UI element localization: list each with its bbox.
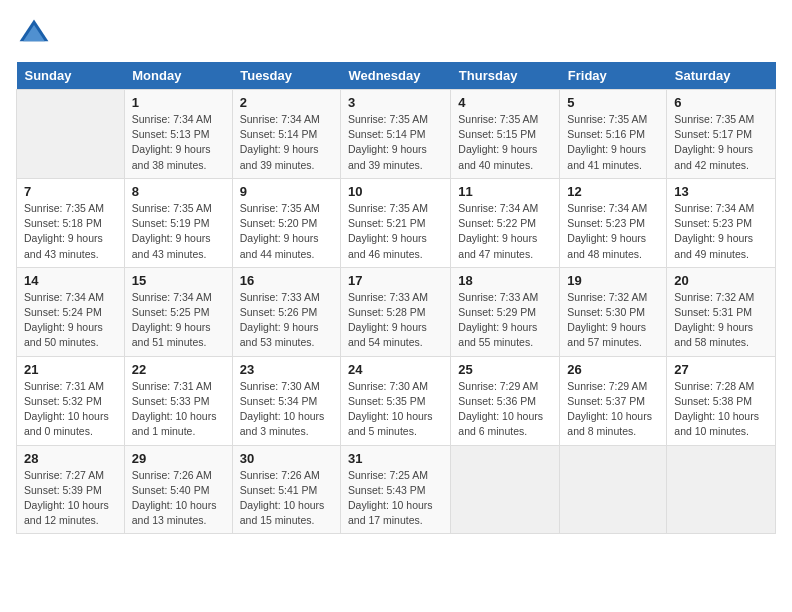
day-number: 29 xyxy=(132,451,225,466)
day-number: 11 xyxy=(458,184,552,199)
day-number: 22 xyxy=(132,362,225,377)
calendar-cell xyxy=(17,90,125,179)
calendar-table: SundayMondayTuesdayWednesdayThursdayFrid… xyxy=(16,62,776,534)
day-number: 19 xyxy=(567,273,659,288)
day-info: Sunrise: 7:34 AM Sunset: 5:23 PM Dayligh… xyxy=(674,201,768,262)
day-info: Sunrise: 7:35 AM Sunset: 5:15 PM Dayligh… xyxy=(458,112,552,173)
weekday-header: Monday xyxy=(124,62,232,90)
calendar-cell: 23Sunrise: 7:30 AM Sunset: 5:34 PM Dayli… xyxy=(232,356,340,445)
day-info: Sunrise: 7:35 AM Sunset: 5:14 PM Dayligh… xyxy=(348,112,443,173)
day-info: Sunrise: 7:30 AM Sunset: 5:34 PM Dayligh… xyxy=(240,379,333,440)
day-info: Sunrise: 7:34 AM Sunset: 5:23 PM Dayligh… xyxy=(567,201,659,262)
calendar-cell: 17Sunrise: 7:33 AM Sunset: 5:28 PM Dayli… xyxy=(340,267,450,356)
day-info: Sunrise: 7:35 AM Sunset: 5:17 PM Dayligh… xyxy=(674,112,768,173)
day-info: Sunrise: 7:35 AM Sunset: 5:18 PM Dayligh… xyxy=(24,201,117,262)
weekday-header: Wednesday xyxy=(340,62,450,90)
weekday-header: Tuesday xyxy=(232,62,340,90)
day-number: 30 xyxy=(240,451,333,466)
day-info: Sunrise: 7:25 AM Sunset: 5:43 PM Dayligh… xyxy=(348,468,443,529)
logo xyxy=(16,16,56,52)
day-number: 28 xyxy=(24,451,117,466)
calendar-cell: 13Sunrise: 7:34 AM Sunset: 5:23 PM Dayli… xyxy=(667,178,776,267)
day-number: 8 xyxy=(132,184,225,199)
calendar-cell xyxy=(451,445,560,534)
calendar-cell: 11Sunrise: 7:34 AM Sunset: 5:22 PM Dayli… xyxy=(451,178,560,267)
day-info: Sunrise: 7:29 AM Sunset: 5:36 PM Dayligh… xyxy=(458,379,552,440)
day-info: Sunrise: 7:34 AM Sunset: 5:13 PM Dayligh… xyxy=(132,112,225,173)
day-info: Sunrise: 7:32 AM Sunset: 5:30 PM Dayligh… xyxy=(567,290,659,351)
calendar-cell: 5Sunrise: 7:35 AM Sunset: 5:16 PM Daylig… xyxy=(560,90,667,179)
calendar-cell: 12Sunrise: 7:34 AM Sunset: 5:23 PM Dayli… xyxy=(560,178,667,267)
day-number: 12 xyxy=(567,184,659,199)
day-info: Sunrise: 7:34 AM Sunset: 5:22 PM Dayligh… xyxy=(458,201,552,262)
calendar-cell: 30Sunrise: 7:26 AM Sunset: 5:41 PM Dayli… xyxy=(232,445,340,534)
day-number: 3 xyxy=(348,95,443,110)
day-info: Sunrise: 7:35 AM Sunset: 5:21 PM Dayligh… xyxy=(348,201,443,262)
calendar-cell: 2Sunrise: 7:34 AM Sunset: 5:14 PM Daylig… xyxy=(232,90,340,179)
calendar-cell: 26Sunrise: 7:29 AM Sunset: 5:37 PM Dayli… xyxy=(560,356,667,445)
day-number: 27 xyxy=(674,362,768,377)
day-number: 9 xyxy=(240,184,333,199)
day-number: 2 xyxy=(240,95,333,110)
calendar-cell: 9Sunrise: 7:35 AM Sunset: 5:20 PM Daylig… xyxy=(232,178,340,267)
calendar-cell: 31Sunrise: 7:25 AM Sunset: 5:43 PM Dayli… xyxy=(340,445,450,534)
day-number: 31 xyxy=(348,451,443,466)
weekday-header: Sunday xyxy=(17,62,125,90)
calendar-cell: 16Sunrise: 7:33 AM Sunset: 5:26 PM Dayli… xyxy=(232,267,340,356)
day-info: Sunrise: 7:33 AM Sunset: 5:29 PM Dayligh… xyxy=(458,290,552,351)
day-number: 17 xyxy=(348,273,443,288)
calendar-cell: 14Sunrise: 7:34 AM Sunset: 5:24 PM Dayli… xyxy=(17,267,125,356)
day-number: 6 xyxy=(674,95,768,110)
calendar-cell: 15Sunrise: 7:34 AM Sunset: 5:25 PM Dayli… xyxy=(124,267,232,356)
day-info: Sunrise: 7:30 AM Sunset: 5:35 PM Dayligh… xyxy=(348,379,443,440)
day-number: 15 xyxy=(132,273,225,288)
weekday-header: Friday xyxy=(560,62,667,90)
day-info: Sunrise: 7:32 AM Sunset: 5:31 PM Dayligh… xyxy=(674,290,768,351)
weekday-header: Thursday xyxy=(451,62,560,90)
day-number: 25 xyxy=(458,362,552,377)
day-info: Sunrise: 7:33 AM Sunset: 5:28 PM Dayligh… xyxy=(348,290,443,351)
day-number: 26 xyxy=(567,362,659,377)
calendar-cell: 25Sunrise: 7:29 AM Sunset: 5:36 PM Dayli… xyxy=(451,356,560,445)
calendar-cell: 7Sunrise: 7:35 AM Sunset: 5:18 PM Daylig… xyxy=(17,178,125,267)
day-number: 5 xyxy=(567,95,659,110)
calendar-cell: 29Sunrise: 7:26 AM Sunset: 5:40 PM Dayli… xyxy=(124,445,232,534)
weekday-header: Saturday xyxy=(667,62,776,90)
day-info: Sunrise: 7:26 AM Sunset: 5:40 PM Dayligh… xyxy=(132,468,225,529)
calendar-cell: 10Sunrise: 7:35 AM Sunset: 5:21 PM Dayli… xyxy=(340,178,450,267)
day-number: 10 xyxy=(348,184,443,199)
day-number: 1 xyxy=(132,95,225,110)
day-number: 7 xyxy=(24,184,117,199)
calendar-cell: 18Sunrise: 7:33 AM Sunset: 5:29 PM Dayli… xyxy=(451,267,560,356)
day-number: 24 xyxy=(348,362,443,377)
day-number: 4 xyxy=(458,95,552,110)
calendar-cell: 22Sunrise: 7:31 AM Sunset: 5:33 PM Dayli… xyxy=(124,356,232,445)
day-info: Sunrise: 7:28 AM Sunset: 5:38 PM Dayligh… xyxy=(674,379,768,440)
day-info: Sunrise: 7:34 AM Sunset: 5:24 PM Dayligh… xyxy=(24,290,117,351)
page-header xyxy=(16,16,776,52)
day-info: Sunrise: 7:26 AM Sunset: 5:41 PM Dayligh… xyxy=(240,468,333,529)
calendar-cell: 20Sunrise: 7:32 AM Sunset: 5:31 PM Dayli… xyxy=(667,267,776,356)
day-number: 16 xyxy=(240,273,333,288)
day-info: Sunrise: 7:35 AM Sunset: 5:16 PM Dayligh… xyxy=(567,112,659,173)
day-number: 18 xyxy=(458,273,552,288)
day-info: Sunrise: 7:29 AM Sunset: 5:37 PM Dayligh… xyxy=(567,379,659,440)
calendar-cell: 4Sunrise: 7:35 AM Sunset: 5:15 PM Daylig… xyxy=(451,90,560,179)
day-number: 13 xyxy=(674,184,768,199)
day-number: 23 xyxy=(240,362,333,377)
calendar-cell: 19Sunrise: 7:32 AM Sunset: 5:30 PM Dayli… xyxy=(560,267,667,356)
day-info: Sunrise: 7:34 AM Sunset: 5:25 PM Dayligh… xyxy=(132,290,225,351)
calendar-cell xyxy=(667,445,776,534)
calendar-cell: 21Sunrise: 7:31 AM Sunset: 5:32 PM Dayli… xyxy=(17,356,125,445)
day-info: Sunrise: 7:35 AM Sunset: 5:20 PM Dayligh… xyxy=(240,201,333,262)
calendar-cell: 24Sunrise: 7:30 AM Sunset: 5:35 PM Dayli… xyxy=(340,356,450,445)
calendar-cell: 1Sunrise: 7:34 AM Sunset: 5:13 PM Daylig… xyxy=(124,90,232,179)
calendar-cell: 8Sunrise: 7:35 AM Sunset: 5:19 PM Daylig… xyxy=(124,178,232,267)
day-info: Sunrise: 7:33 AM Sunset: 5:26 PM Dayligh… xyxy=(240,290,333,351)
calendar-cell: 6Sunrise: 7:35 AM Sunset: 5:17 PM Daylig… xyxy=(667,90,776,179)
day-info: Sunrise: 7:31 AM Sunset: 5:33 PM Dayligh… xyxy=(132,379,225,440)
day-info: Sunrise: 7:31 AM Sunset: 5:32 PM Dayligh… xyxy=(24,379,117,440)
calendar-cell xyxy=(560,445,667,534)
day-number: 14 xyxy=(24,273,117,288)
day-number: 21 xyxy=(24,362,117,377)
